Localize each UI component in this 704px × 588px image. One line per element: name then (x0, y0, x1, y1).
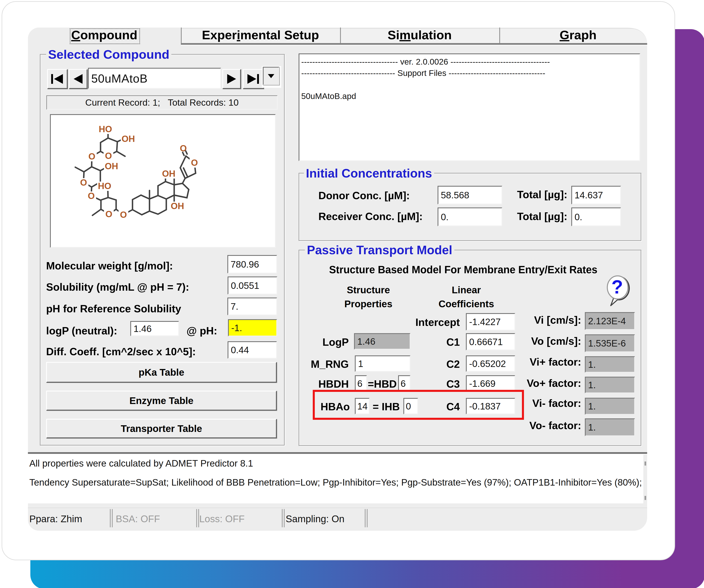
svg-text:HO: HO (99, 124, 112, 134)
svg-text:OH: OH (122, 134, 135, 144)
svg-text:O: O (191, 158, 198, 168)
svg-text:O: O (105, 151, 112, 161)
svg-text:OH: OH (171, 201, 184, 211)
svg-text:O: O (105, 209, 112, 219)
svg-text:OH: OH (162, 169, 175, 178)
svg-text:O: O (88, 191, 95, 201)
svg-text:HO: HO (98, 181, 111, 191)
svg-text:O: O (80, 177, 87, 188)
svg-text:O: O (120, 210, 127, 220)
svg-text:O: O (89, 151, 95, 161)
svg-text:?: ? (611, 276, 623, 298)
svg-text:OH: OH (105, 161, 118, 171)
